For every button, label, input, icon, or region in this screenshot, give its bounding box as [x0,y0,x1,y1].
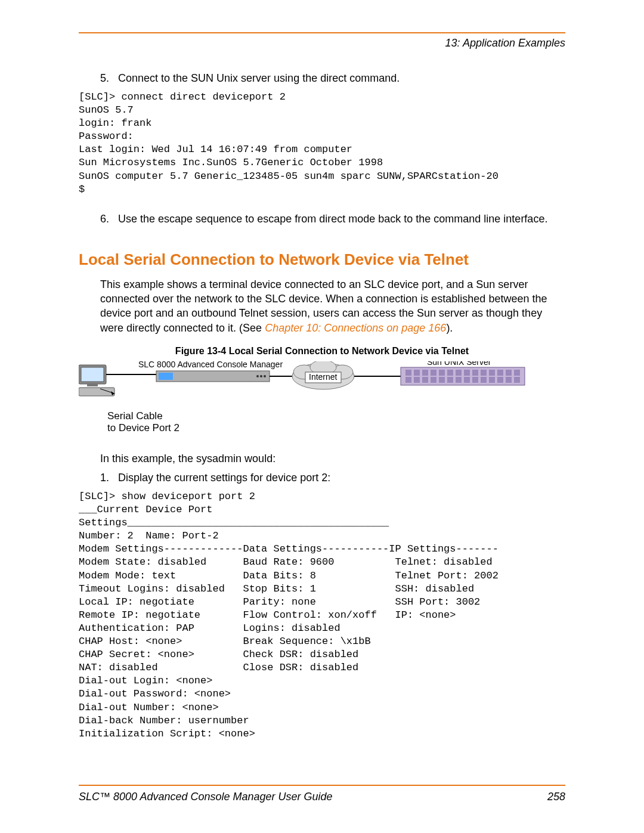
svg-rect-30 [489,370,495,376]
svg-rect-35 [414,377,420,383]
section-heading: Local Serial Connection to Network Devic… [79,250,565,269]
intro-tail: ). [446,322,453,334]
svg-rect-43 [481,377,487,383]
svg-rect-25 [447,370,453,376]
figure-caption: Figure 13-4 Local Serial Connection to N… [79,346,565,357]
chapter-header: 13: Application Examples [79,37,565,49]
svg-rect-31 [497,370,503,376]
step-number: 6. [100,213,118,225]
svg-rect-34 [405,377,411,383]
svg-rect-38 [439,377,445,383]
svg-rect-39 [447,377,453,383]
page-footer: SLC™ 8000 Advanced Console Manager User … [79,785,565,803]
header-rule [79,32,565,33]
svg-point-11 [264,375,266,377]
figure-sub-2: to Device Port 2 [107,422,565,434]
footer-rule [79,785,565,786]
server-label: Sun UNIX Server [427,361,491,367]
step-text: Connect to the SUN Unix server using the… [118,72,565,85]
svg-rect-46 [506,377,512,383]
console-label: SLC 8000 Advanced Console Manager [138,361,283,369]
svg-rect-21 [414,370,420,376]
svg-rect-7 [156,371,270,382]
footer-page-number: 258 [547,791,565,803]
svg-rect-33 [514,370,520,376]
step-c1: 1. Display the current settings for devi… [100,472,565,484]
svg-rect-23 [431,370,436,376]
figure-diagram: SLC 8000 Advanced Console Manager Intern… [79,361,565,405]
svg-rect-1 [81,367,104,382]
step-5: 5. Connect to the SUN Unix server using … [100,72,565,85]
code-block-1: [SLC]> connect direct deviceport 2 SunOS… [79,91,565,196]
svg-point-10 [260,375,262,377]
svg-rect-44 [489,377,495,383]
svg-rect-47 [514,377,520,383]
svg-rect-40 [456,377,462,383]
svg-rect-37 [431,377,436,383]
svg-rect-26 [456,370,462,376]
step-number: 5. [100,72,118,85]
internet-label: Internet [309,372,338,382]
svg-rect-28 [472,370,478,376]
svg-rect-42 [472,377,478,383]
paragraph-2: In this example, the sysadmin would: [100,451,565,466]
svg-rect-36 [422,377,428,383]
svg-rect-41 [464,377,470,383]
step-number: 1. [100,472,118,484]
svg-rect-24 [439,370,445,376]
svg-rect-2 [87,384,98,386]
step-text: Display the current settings for device … [118,472,565,484]
step-6: 6. Use the escape sequence to escape fro… [100,213,565,225]
svg-rect-45 [497,377,503,383]
step-text: Use the escape sequence to escape from d… [118,213,565,225]
svg-point-9 [256,375,259,377]
svg-rect-22 [422,370,428,376]
intro-paragraph: This example shows a terminal device con… [100,277,565,335]
code-block-2: [SLC]> show deviceport port 2 ___Current… [79,490,565,741]
cross-reference-link[interactable]: Chapter 10: Connections on page 166 [265,322,446,334]
figure-sub-1: Serial Cable [107,410,565,422]
footer-title: SLC™ 8000 Advanced Console Manager User … [79,791,333,803]
svg-rect-8 [159,373,173,380]
svg-rect-20 [405,370,411,376]
svg-rect-27 [464,370,470,376]
svg-rect-29 [481,370,487,376]
svg-rect-32 [506,370,512,376]
